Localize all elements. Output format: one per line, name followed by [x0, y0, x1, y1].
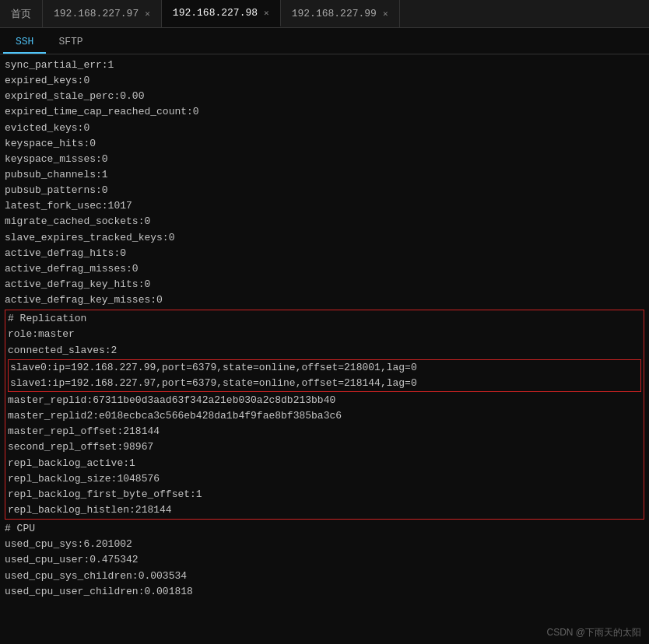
tab-home-label: 首页: [11, 7, 31, 21]
watermark: CSDN @下雨天的太阳: [546, 626, 641, 639]
terminal: sync_partial_err:1expired_keys:0expired_…: [0, 54, 649, 644]
replication-line: connected_slaves:2: [8, 343, 641, 359]
cpu-line: used_cpu_sys_children:0.003534: [5, 569, 644, 584]
terminal-lines-container: sync_partial_err:1expired_keys:0expired_…: [5, 58, 644, 308]
terminal-line: expired_keys:0: [5, 73, 644, 89]
cpu-lines: used_cpu_sys:6.201002used_cpu_user:0.475…: [5, 537, 644, 600]
slave-line: slave0:ip=192.168.227.99,port=6379,state…: [10, 360, 639, 376]
sub-tab-ssh[interactable]: SSH: [3, 31, 46, 54]
replication-footer-line: master_replid2:e018ecbca3c566eb428da1b4f…: [8, 408, 641, 424]
replication-footer-line: master_replid:67311be0d3aad63f342a21eb03…: [8, 393, 641, 408]
tab-home[interactable]: 首页: [0, 0, 43, 27]
replication-header: # Replication: [8, 311, 641, 327]
terminal-line: evicted_keys:0: [5, 121, 644, 136]
terminal-line: keyspace_hits:0: [5, 136, 644, 152]
replication-lines: role:masterconnected_slaves:2: [8, 327, 641, 358]
cpu-header: # CPU: [5, 521, 644, 537]
tab-97[interactable]: 192.168.227.97 ✕: [43, 0, 162, 27]
sub-tab-bar: SSH SFTP: [0, 28, 649, 54]
terminal-line: expired_time_cap_reached_count:0: [5, 104, 644, 120]
terminal-line: keyspace_misses:0: [5, 152, 644, 167]
replication-slave-box: slave0:ip=192.168.227.99,port=6379,state…: [8, 359, 641, 392]
terminal-line: sync_partial_err:1: [5, 58, 644, 73]
tab-bar: 首页 192.168.227.97 ✕ 192.168.227.98 ✕ 192…: [0, 0, 649, 28]
replication-footer-line: repl_backlog_first_byte_offset:1: [8, 487, 641, 502]
cpu-section: # CPU used_cpu_sys:6.201002used_cpu_user…: [5, 521, 644, 600]
replication-footer-line: repl_backlog_histlen:218144: [8, 502, 641, 518]
replication-footer-line: master_repl_offset:218144: [8, 424, 641, 439]
terminal-line: pubsub_channels:1: [5, 167, 644, 183]
slave-line: slave1:ip=192.168.227.97,port=6379,state…: [10, 376, 639, 391]
terminal-line: pubsub_patterns:0: [5, 183, 644, 198]
tab-99-close[interactable]: ✕: [383, 9, 388, 19]
terminal-line: active_defrag_key_hits:0: [5, 277, 644, 292]
terminal-line: active_defrag_misses:0: [5, 261, 644, 277]
terminal-line: slave_expires_tracked_keys:0: [5, 230, 644, 246]
terminal-line: active_defrag_hits:0: [5, 246, 644, 261]
tab-97-close[interactable]: ✕: [145, 9, 150, 19]
sub-tab-sftp-label: SFTP: [58, 36, 82, 47]
replication-footer-line: repl_backlog_size:1048576: [8, 471, 641, 487]
replication-footer-line: second_repl_offset:98967: [8, 439, 641, 455]
terminal-line: expired_stale_perc:0.00: [5, 89, 644, 104]
tab-98[interactable]: 192.168.227.98 ✕: [162, 0, 281, 27]
cpu-line: used_cpu_sys:6.201002: [5, 537, 644, 552]
tab-98-close[interactable]: ✕: [264, 8, 269, 18]
slave-lines: slave0:ip=192.168.227.99,port=6379,state…: [10, 360, 639, 391]
tab-97-label: 192.168.227.97: [54, 8, 139, 19]
cpu-line: used_cpu_user_children:0.001818: [5, 584, 644, 600]
tab-98-label: 192.168.227.98: [173, 7, 258, 19]
cpu-line: used_cpu_user:0.475342: [5, 552, 644, 568]
tab-99[interactable]: 192.168.227.99 ✕: [281, 0, 400, 27]
terminal-line: active_defrag_key_misses:0: [5, 292, 644, 308]
replication-section: # Replication role:masterconnected_slave…: [5, 310, 644, 520]
sub-tab-ssh-label: SSH: [16, 36, 33, 47]
replication-footer-lines: master_replid:67311be0d3aad63f342a21eb03…: [8, 393, 641, 518]
replication-line: role:master: [8, 327, 641, 342]
terminal-line: latest_fork_usec:1017: [5, 198, 644, 214]
sub-tab-sftp[interactable]: SFTP: [46, 31, 95, 54]
terminal-line: migrate_cached_sockets:0: [5, 214, 644, 229]
replication-footer-line: repl_backlog_active:1: [8, 456, 641, 471]
tab-99-label: 192.168.227.99: [292, 8, 377, 19]
